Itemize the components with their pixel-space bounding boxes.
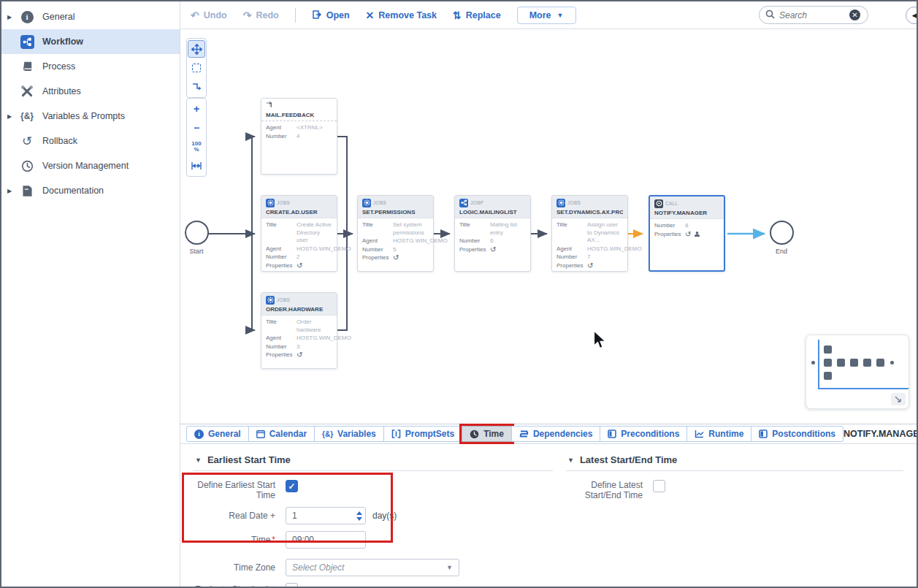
marquee-select-tool-button[interactable] — [188, 59, 205, 77]
stepper-arrows[interactable] — [356, 511, 362, 521]
minimap-node — [863, 359, 871, 367]
evaluate-checkpoint-checkbox[interactable] — [286, 583, 298, 587]
timezone-label: Time Zone — [194, 562, 275, 573]
open-button[interactable]: Open — [312, 9, 350, 21]
panel-object-name: NOTIFY.MANAGER — [844, 429, 918, 439]
tab-time[interactable]: Time — [462, 426, 512, 442]
info-icon: i — [19, 9, 35, 25]
rollback-property-icon[interactable]: ↺ — [297, 351, 332, 359]
collapse-panel-button[interactable]: ◀ — [906, 7, 918, 24]
real-date-input[interactable] — [286, 507, 366, 524]
start-circle[interactable] — [185, 221, 209, 245]
sidebar-item-attributes[interactable]: ▶ Attributes — [1, 79, 180, 104]
end-circle[interactable] — [770, 221, 794, 245]
connector-tool-button[interactable] — [188, 78, 205, 96]
required-asterisk: * — [272, 535, 275, 545]
minimap[interactable] — [806, 335, 909, 409]
timezone-select[interactable]: Select Object ▼ — [286, 559, 459, 576]
info-icon: i — [194, 429, 204, 439]
define-latest-checkbox[interactable] — [653, 480, 665, 492]
rollback-property-icon[interactable]: ↺ — [685, 231, 691, 238]
chevron-right-icon[interactable]: ▶ — [7, 188, 18, 194]
pan-tool-button[interactable] — [188, 40, 205, 58]
tab-preconditions[interactable]: Preconditions — [600, 426, 687, 442]
section-header-earliest[interactable]: ▼ Earliest Start Time — [194, 450, 553, 471]
detail-panel: i General Calendar {&} Variables PromptS… — [180, 424, 917, 587]
zoom-100-button[interactable]: 100% — [188, 138, 205, 156]
sidebar-item-variables-prompts[interactable]: ▶ {&} Variables & Prompts — [1, 104, 180, 129]
fit-width-button[interactable] — [188, 157, 205, 175]
zoom-out-button[interactable]: − — [188, 119, 205, 137]
sidebar-item-documentation[interactable]: ▶ Documentation — [1, 178, 180, 203]
workflow-icon — [19, 34, 35, 50]
section-header-latest[interactable]: ▼ Latest Start/End Time — [566, 450, 903, 471]
sidebar-item-version-management[interactable]: ▶ Version Management — [1, 153, 180, 178]
search-box: ✕ — [759, 6, 868, 24]
tab-variables[interactable]: {&} Variables — [314, 426, 384, 442]
rollback-property-icon[interactable]: ↺ — [297, 262, 332, 270]
dependencies-icon — [519, 429, 529, 438]
define-earliest-checkbox[interactable] — [286, 480, 298, 492]
preconditions-icon — [608, 429, 616, 438]
redo-button[interactable]: ↷ Redo — [243, 10, 279, 20]
minimap-viewport-edge — [818, 388, 909, 389]
task-node-mail-feedback[interactable]: MAIL.FEEDBACK Agent<XTRNL> Number4 — [261, 98, 337, 175]
task-node-set-permissions[interactable]: JOBS SET.PERMISSIONS TitleSet system per… — [357, 195, 434, 272]
canvas-tool-palette — [186, 38, 207, 98]
user-property-icon[interactable] — [694, 231, 700, 239]
sidebar-item-workflow[interactable]: ▶ Workflow — [1, 29, 180, 54]
minimap-node — [876, 359, 884, 367]
task-node-set-dynamics-ax-projects[interactable]: JOBS SET.DYNAMICS.AX.PROJECTS TitleAssig… — [551, 195, 628, 272]
minimap-viewport-edge — [818, 340, 819, 389]
latest-start-end-time-section: ▼ Latest Start/End Time Define Latest St… — [553, 450, 903, 581]
task-node-notify-manager[interactable]: CALL NOTIFY.MANAGER Number8 Properties ↺ — [649, 195, 725, 272]
chevron-right-icon[interactable]: ▶ — [7, 113, 18, 120]
time-input[interactable] — [286, 531, 366, 549]
redo-icon: ↷ — [243, 10, 252, 20]
tab-runtime[interactable]: Runtime — [686, 426, 751, 442]
tab-dependencies[interactable]: Dependencies — [511, 426, 600, 442]
clear-search-icon[interactable]: ✕ — [849, 9, 860, 20]
tab-postconditions[interactable]: Postconditions — [751, 426, 844, 442]
task-node-order-hardware[interactable]: JOBS ORDER.HARDWARE TitleOrder hardware … — [261, 292, 337, 369]
undo-button[interactable]: ↶ Undo — [191, 10, 227, 20]
chevron-right-icon[interactable]: ▶ — [7, 14, 18, 20]
tools-icon — [19, 83, 35, 99]
end-node[interactable]: End — [760, 221, 803, 255]
tab-promptsets[interactable]: PromptSets — [383, 426, 462, 442]
promptset-icon — [391, 429, 401, 438]
zoom-in-button[interactable]: + — [188, 100, 205, 118]
document-icon — [19, 183, 35, 199]
search-input[interactable] — [779, 10, 845, 20]
task-node-logic-mailinglist[interactable]: JOBP LOGIC.MAILINGLIST TitleMailing list… — [454, 195, 531, 272]
task-node-create-ad-user[interactable]: JOBS CREATE.AD.USER TitleCreate Active D… — [261, 195, 337, 272]
external-arrow-icon — [266, 102, 274, 110]
workflow-icon — [459, 199, 468, 207]
sidebar-item-process[interactable]: ▶ Process — [1, 54, 180, 79]
sidebar-item-label: General — [42, 12, 74, 22]
rollback-property-icon[interactable]: ↺ — [393, 254, 429, 262]
sidebar: ▶ i General ▶ Workflow ▶ Process ▶ Attri… — [1, 1, 180, 587]
sidebar-item-rollback[interactable]: ▶ ↺ Rollback — [1, 129, 180, 153]
workflow-canvas[interactable]: + − 100% — [180, 29, 917, 424]
replace-button[interactable]: ⇅ Replace — [453, 10, 501, 20]
chevron-down-icon: ▼ — [557, 12, 564, 19]
earliest-start-time-section: ▼ Earliest Start Time Define Earliest St… — [194, 450, 553, 581]
tab-calendar[interactable]: Calendar — [248, 426, 315, 442]
job-gear-icon — [362, 199, 371, 207]
remove-task-button[interactable]: ✕ Remove Task — [366, 10, 437, 20]
start-node[interactable]: Start — [180, 221, 218, 255]
app-window: ▶ i General ▶ Workflow ▶ Process ▶ Attri… — [0, 0, 918, 588]
tab-general[interactable]: i General — [186, 426, 249, 442]
more-button[interactable]: More ▼ — [517, 7, 576, 24]
swap-icon: ⇅ — [453, 10, 462, 20]
toolbar-divider — [295, 8, 296, 23]
minimap-resize-handle[interactable] — [891, 393, 906, 405]
sidebar-item-general[interactable]: ▶ i General — [1, 4, 180, 29]
detail-tabbar: i General Calendar {&} Variables PromptS… — [180, 424, 917, 444]
rollback-property-icon[interactable]: ↺ — [587, 262, 623, 270]
runtime-chart-icon — [695, 429, 704, 438]
sidebar-item-label: Variables & Prompts — [42, 111, 125, 121]
rollback-property-icon[interactable]: ↺ — [490, 246, 526, 254]
sidebar-item-label: Version Management — [42, 161, 129, 171]
